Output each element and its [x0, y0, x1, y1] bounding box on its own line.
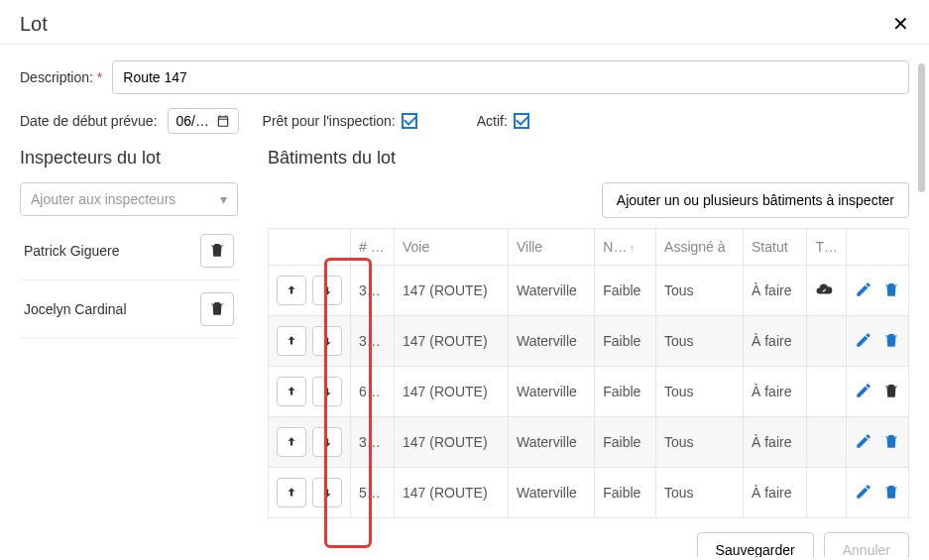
- delete-button[interactable]: [882, 280, 900, 301]
- modal-title: Lot: [20, 13, 48, 36]
- delete-button[interactable]: [882, 483, 900, 504]
- move-down-button[interactable]: [312, 427, 342, 457]
- cell-civic: 3…: [351, 417, 395, 468]
- cell-ville: Waterville: [508, 316, 594, 367]
- description-label: Description: *: [20, 69, 102, 85]
- description-input[interactable]: [112, 60, 909, 94]
- cell-cloud: [807, 266, 847, 316]
- col-ville[interactable]: Ville: [508, 229, 594, 266]
- cell-ville: Waterville: [508, 417, 594, 468]
- cell-cloud: [807, 468, 847, 518]
- ready-checkbox[interactable]: [402, 113, 417, 129]
- inspectors-title: Inspecteurs du lot: [20, 148, 238, 168]
- close-button[interactable]: ✕: [892, 12, 909, 36]
- col-t[interactable]: T…: [807, 229, 847, 266]
- cell-statut: À faire: [743, 316, 806, 367]
- inspector-name: Jocelyn Cardinal: [24, 301, 127, 317]
- col-statut[interactable]: Statut: [743, 229, 806, 266]
- table-row: 5…147 (ROUTE)WatervilleFaibleTousÀ faire: [269, 468, 909, 518]
- cell-voie: 147 (ROUTE): [395, 266, 509, 316]
- edit-button[interactable]: [855, 331, 872, 352]
- col-assigne[interactable]: Assigné à: [656, 229, 744, 266]
- move-down-button[interactable]: [312, 478, 342, 507]
- cancel-button[interactable]: Annuler: [824, 532, 909, 557]
- inspector-name: Patrick Giguere: [24, 243, 119, 259]
- cell-cloud: [807, 367, 847, 417]
- cell-assigne: Tous: [656, 417, 744, 468]
- cell-ville: Waterville: [508, 266, 594, 316]
- cell-assigne: Tous: [656, 367, 744, 417]
- cell-voie: 147 (ROUTE): [395, 367, 509, 417]
- inspector-row: Jocelyn Cardinal: [20, 280, 238, 339]
- edit-button[interactable]: [855, 432, 872, 453]
- cell-cloud: [807, 417, 847, 468]
- cell-assigne: Tous: [656, 266, 744, 316]
- move-up-button[interactable]: [277, 478, 306, 507]
- ready-label: Prêt pour l'inspection:: [263, 113, 396, 129]
- scrollbar[interactable]: [918, 63, 925, 192]
- cell-niveau: Faible: [595, 468, 656, 518]
- buildings-title: Bâtiments du lot: [268, 148, 909, 168]
- cell-voie: 147 (ROUTE): [395, 316, 509, 367]
- delete-inspector-button[interactable]: [200, 292, 234, 326]
- cell-statut: À faire: [743, 468, 806, 518]
- cell-civic: 3…: [351, 266, 395, 316]
- delete-button[interactable]: [882, 331, 900, 352]
- inspector-row: Patrick Giguere: [20, 222, 238, 280]
- delete-inspector-button[interactable]: [200, 234, 234, 268]
- cell-assigne: Tous: [656, 316, 744, 367]
- delete-button[interactable]: [882, 432, 900, 453]
- edit-button[interactable]: [855, 483, 872, 504]
- calendar-icon: [216, 114, 230, 128]
- move-up-button[interactable]: [277, 326, 306, 356]
- chevron-down-icon: ▾: [220, 191, 227, 207]
- cell-statut: À faire: [743, 266, 806, 316]
- move-up-button[interactable]: [277, 377, 306, 406]
- table-row: 3…147 (ROUTE)WatervilleFaibleTousÀ faire: [269, 417, 909, 468]
- cell-statut: À faire: [743, 367, 806, 417]
- cell-civic: 3…: [351, 316, 395, 367]
- move-down-button[interactable]: [312, 326, 342, 356]
- cell-niveau: Faible: [595, 367, 656, 417]
- cloud-done-icon: [815, 285, 833, 301]
- edit-button[interactable]: [855, 382, 872, 402]
- cell-ville: Waterville: [508, 367, 594, 417]
- move-down-button[interactable]: [312, 377, 342, 406]
- delete-button[interactable]: [882, 382, 900, 402]
- cell-cloud: [807, 316, 847, 367]
- cell-voie: 147 (ROUTE): [395, 468, 509, 518]
- cell-niveau: Faible: [595, 316, 656, 367]
- cell-niveau: Faible: [595, 266, 656, 316]
- cell-ville: Waterville: [508, 468, 594, 518]
- col-civic[interactable]: # …: [351, 229, 395, 266]
- cell-niveau: Faible: [595, 417, 656, 468]
- edit-button[interactable]: [855, 280, 872, 301]
- active-checkbox[interactable]: [514, 113, 529, 129]
- buildings-table: # … Voie Ville N…↑ Assigné à Statut T… 3…: [268, 228, 909, 518]
- cell-civic: 5…: [351, 468, 395, 518]
- date-input[interactable]: [168, 108, 239, 134]
- table-row: 6…147 (ROUTE)WatervilleFaibleTousÀ faire: [269, 367, 909, 417]
- cell-statut: À faire: [743, 417, 806, 468]
- table-row: 3…147 (ROUTE)WatervilleFaibleTousÀ faire: [269, 316, 909, 367]
- active-label: Actif:: [477, 113, 508, 129]
- date-label: Date de début prévue:: [20, 113, 158, 129]
- col-niveau[interactable]: N…↑: [595, 229, 656, 266]
- move-up-button[interactable]: [277, 276, 306, 305]
- add-inspector-dropdown[interactable]: Ajouter aux inspecteurs ▾: [20, 182, 238, 216]
- cell-civic: 6…: [351, 367, 395, 417]
- move-down-button[interactable]: [312, 276, 342, 305]
- table-row: 3…147 (ROUTE)WatervilleFaibleTousÀ faire: [269, 266, 909, 316]
- add-building-button[interactable]: Ajouter un ou plusieurs bâtiments à insp…: [602, 182, 909, 218]
- cell-voie: 147 (ROUTE): [395, 417, 509, 468]
- move-up-button[interactable]: [277, 427, 306, 457]
- col-voie[interactable]: Voie: [395, 229, 509, 266]
- cell-assigne: Tous: [656, 468, 744, 518]
- save-button[interactable]: Sauvegarder: [697, 532, 814, 557]
